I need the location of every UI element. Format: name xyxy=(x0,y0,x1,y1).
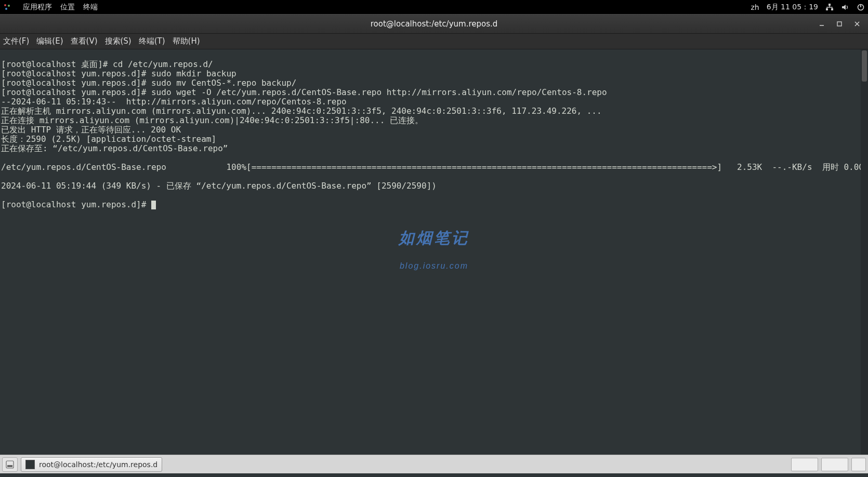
taskbar-item-label: root@localhost:/etc/yum.repos.d xyxy=(39,460,157,469)
terminal-viewport[interactable]: [root@localhost 桌面]# cd /etc/yum.repos.d… xyxy=(0,49,868,455)
network-icon[interactable] xyxy=(825,3,834,11)
terminal-line: 长度：2590 (2.5K) [application/octet-stream… xyxy=(1,134,216,144)
menu-file[interactable]: 文件(F) xyxy=(3,36,29,46)
svg-point-1 xyxy=(8,5,10,7)
input-method-indicator[interactable]: zh xyxy=(751,3,759,11)
bottom-task-panel: root@localhost:/etc/yum.repos.d xyxy=(0,455,868,473)
window-title: root@localhost:/etc/yum.repos.d xyxy=(0,19,868,29)
tray-area-1[interactable] xyxy=(791,458,818,471)
terminal-line: [root@localhost yum.repos.d]# sudo mv Ce… xyxy=(1,78,296,88)
svg-rect-5 xyxy=(831,8,833,10)
terminal-line: /etc/yum.repos.d/CentOS-Base.repo 100%[=… xyxy=(1,162,868,172)
panel-menu-applications[interactable]: 应用程序 xyxy=(23,3,52,12)
menu-help[interactable]: 帮助(H) xyxy=(173,36,200,46)
svg-point-0 xyxy=(4,4,6,6)
watermark: 如烟笔记 blog.iosru.com xyxy=(399,215,469,289)
terminal-line: [root@localhost yum.repos.d]# sudo wget … xyxy=(1,87,607,97)
terminal-cursor xyxy=(151,201,156,209)
terminal-line: 已发出 HTTP 请求，正在等待回应... 200 OK xyxy=(1,125,181,135)
window-close-button[interactable] xyxy=(848,16,866,32)
terminal-line: 正在连接 mirrors.aliyun.com (mirrors.aliyun.… xyxy=(1,115,423,125)
scrollbar-thumb[interactable] xyxy=(862,50,867,82)
terminal-line: 正在解析主机 mirrors.aliyun.com (mirrors.aliyu… xyxy=(1,106,602,116)
panel-menu-places[interactable]: 位置 xyxy=(60,3,75,12)
menu-edit[interactable]: 编辑(E) xyxy=(36,36,63,46)
datetime-indicator[interactable]: 6月 11 05：19 xyxy=(767,3,818,12)
terminal-line: 正在保存至: “/etc/yum.repos.d/CentOS-Base.rep… xyxy=(1,143,228,153)
menu-terminal[interactable]: 终端(T) xyxy=(139,36,165,46)
window-maximize-button[interactable] xyxy=(831,16,848,32)
terminal-scrollbar[interactable] xyxy=(861,49,868,455)
taskbar-item-terminal[interactable]: root@localhost:/etc/yum.repos.d xyxy=(21,457,162,472)
terminal-line: --2024-06-11 05:19:43-- http://mirrors.a… xyxy=(1,97,347,107)
terminal-line: [root@localhost 桌面]# cd /etc/yum.repos.d… xyxy=(1,59,213,69)
terminal-prompt-line: [root@localhost yum.repos.d]# xyxy=(1,200,156,209)
panel-menu-terminal[interactable]: 终端 xyxy=(83,3,98,12)
volume-icon[interactable] xyxy=(841,3,849,11)
terminal-task-icon xyxy=(25,460,35,469)
terminal-menubar: 文件(F) 编辑(E) 查看(V) 搜索(S) 终端(T) 帮助(H) xyxy=(0,34,868,49)
svg-rect-13 xyxy=(7,465,12,467)
terminal-line: 2024-06-11 05:19:44 (349 KB/s) - 已保存 “/e… xyxy=(1,181,437,191)
svg-rect-3 xyxy=(828,4,831,6)
terminal-line: [root@localhost yum.repos.d]# sudo mkdir… xyxy=(1,69,236,78)
svg-rect-9 xyxy=(837,22,841,26)
watermark-title: 如烟笔记 xyxy=(399,233,469,243)
tray-area-3[interactable] xyxy=(851,458,866,471)
window-minimize-button[interactable] xyxy=(813,16,831,32)
window-titlebar[interactable]: root@localhost:/etc/yum.repos.d xyxy=(0,14,868,34)
top-system-panel: 应用程序 位置 终端 zh 6月 11 05：19 xyxy=(0,0,868,14)
menu-search[interactable]: 搜索(S) xyxy=(105,36,131,46)
svg-point-2 xyxy=(5,8,7,10)
power-icon[interactable] xyxy=(857,3,865,11)
watermark-subtitle: blog.iosru.com xyxy=(399,261,469,271)
activities-icon xyxy=(3,3,11,11)
show-desktop-button[interactable] xyxy=(2,457,18,472)
tray-area-2[interactable] xyxy=(821,458,848,471)
svg-rect-4 xyxy=(826,8,828,10)
menu-view[interactable]: 查看(V) xyxy=(71,36,98,46)
